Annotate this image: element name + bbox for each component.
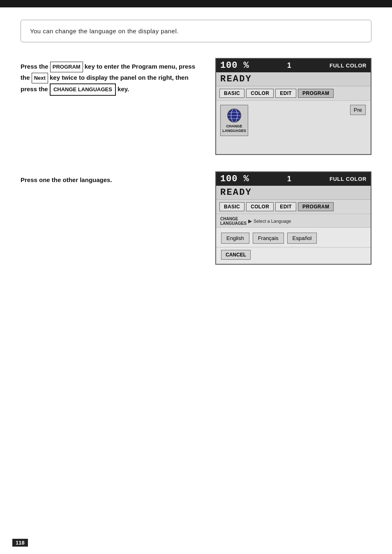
panel1-tab-program[interactable]: PROGRAM	[298, 89, 334, 98]
change-lang-label: CHANGELANGUAGES	[222, 124, 246, 133]
panel2-tab-basic[interactable]: BASIC	[219, 202, 244, 211]
panel2-lang-left: CHANGELANGUAGES	[220, 217, 247, 226]
panel2-lang-arrow: ▶	[248, 218, 252, 224]
panel2-header: 100 % 1 FULL COLOR	[216, 172, 371, 186]
panel1-body: CHANGELANGUAGES Pre	[216, 101, 371, 154]
panel1-tab-color[interactable]: COLOR	[246, 89, 274, 98]
top-bar	[0, 0, 392, 7]
panel1-full-color: FULL COLOR	[330, 62, 367, 69]
panel2-lang-info: CHANGELANGUAGES ▶ Select a Language	[216, 214, 371, 228]
panel2-tab-color[interactable]: COLOR	[246, 202, 274, 211]
panel1-tab-row: BASIC COLOR EDIT PROGRAM	[216, 86, 371, 101]
panel2-lang-buttons: English Français Español	[216, 228, 371, 247]
panel2-full-color: FULL COLOR	[330, 176, 367, 182]
pre-button[interactable]: Pre	[350, 105, 366, 115]
panel1-ready: READY	[216, 72, 371, 86]
info-text: You can change the language on the displ…	[30, 28, 179, 35]
panel2: 100 % 1 FULL COLOR READY BASIC COLOR EDI…	[215, 171, 371, 265]
panel1-copy-num: 1	[287, 61, 292, 70]
english-button[interactable]: English	[221, 233, 249, 244]
panel2-tab-edit[interactable]: EDIT	[275, 202, 296, 211]
espanol-button[interactable]: Español	[287, 233, 317, 244]
instruction-row-1: Press the PROGRAM key to enter the Progr…	[21, 58, 371, 155]
change-languages-button[interactable]: CHANGELANGUAGES	[220, 105, 248, 136]
page-number: 118	[12, 539, 28, 547]
globe-icon	[226, 108, 242, 123]
panel2-tab-row: BASIC COLOR EDIT PROGRAM	[216, 200, 371, 214]
panel2-copy-num: 1	[287, 175, 292, 183]
panel2-lang-right: Select a Language	[254, 219, 291, 224]
instruction-row-2: Press one the other languages. 100 % 1 F…	[21, 171, 371, 265]
info-box: You can change the language on the displ…	[21, 20, 371, 42]
panel1-header: 100 % 1 FULL COLOR	[216, 59, 371, 72]
cancel-button[interactable]: CANCEL	[221, 250, 251, 260]
panel1: 100 % 1 FULL COLOR READY BASIC COLOR EDI…	[215, 58, 371, 155]
change-languages-key: CHANGE LANGUAGES	[50, 83, 116, 96]
panel1-tab-edit[interactable]: EDIT	[275, 89, 296, 98]
panel2-percent: 100 %	[220, 174, 249, 184]
panel2-cancel-row: CANCEL	[216, 247, 371, 264]
panel2-ready: READY	[216, 186, 371, 200]
program-key: PROGRAM	[50, 62, 83, 72]
instruction-text-2: Press one the other languages.	[21, 171, 203, 185]
instruction-text-1: Press the PROGRAM key to enter the Progr…	[21, 58, 203, 96]
next-key: Next	[32, 73, 48, 83]
francais-button[interactable]: Français	[253, 233, 284, 244]
panel1-percent: 100 %	[220, 60, 249, 71]
panel2-tab-program[interactable]: PROGRAM	[298, 202, 334, 211]
panel1-tab-basic[interactable]: BASIC	[219, 89, 244, 98]
